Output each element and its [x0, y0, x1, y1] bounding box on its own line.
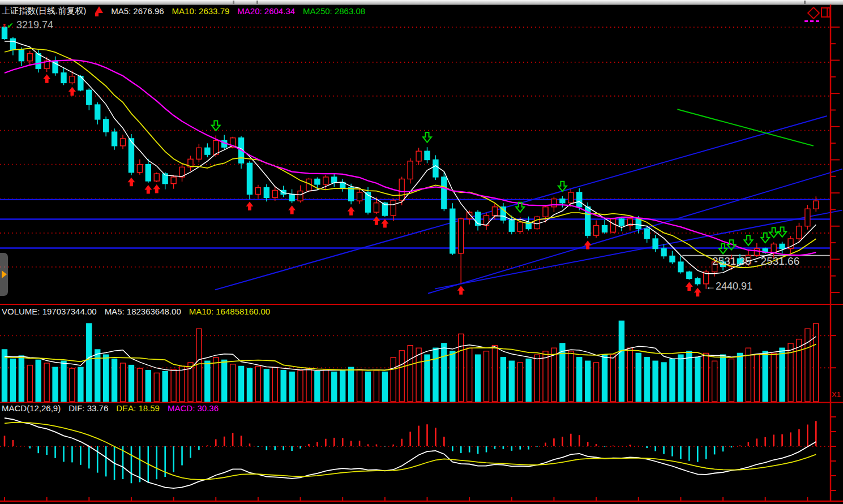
ma250-value: MA250: 2863.08 — [303, 6, 365, 16]
sell-signal-arrow — [719, 244, 728, 254]
period-high-value: 3219.74 — [16, 19, 53, 31]
instrument-title: 上证指数(日线.前复权) — [2, 6, 86, 16]
panel-toolbar — [804, 6, 838, 24]
buy-signal-arrow — [348, 206, 355, 216]
buy-signal-arrow — [288, 205, 296, 214]
volume-header: VOLUME: 197037344.00 MA5: 182363648.00 M… — [2, 307, 270, 316]
macd-lines — [5, 418, 816, 488]
buy-signal-arrow — [694, 288, 701, 297]
ma20-value: MA20: 2604.34 — [237, 6, 295, 16]
buy-signal-arrow — [246, 201, 253, 210]
diamond-icon[interactable] — [807, 7, 820, 20]
buy-signal-arrow — [127, 178, 135, 187]
sell-signal-arrow — [769, 227, 778, 238]
volume-bars — [2, 321, 819, 402]
buy-signal-arrow — [686, 282, 693, 291]
period-low-label: ←2440.91 — [705, 281, 752, 292]
axes — [0, 5, 843, 502]
buy-signal-arrow — [153, 184, 160, 193]
chart-canvas[interactable] — [0, 0, 843, 504]
buy-signal-arrow — [69, 87, 76, 96]
buy-signal-arrow — [381, 219, 388, 228]
dea-value: DEA: 18.59 — [116, 403, 160, 413]
buy-signal-arrow — [144, 185, 152, 194]
more-dots-icon[interactable] — [810, 20, 814, 22]
more-dots-icon[interactable] — [805, 20, 808, 22]
buy-signal-arrow — [43, 74, 50, 83]
ma10-value: MA10: 2633.79 — [172, 6, 230, 16]
sell-signal-arrow — [744, 235, 752, 245]
main-chart-header: 上证指数(日线.前复权) MA5: 2676.96 MA10: 2633.79 … — [2, 6, 365, 16]
expand-arrow-icon — [2, 270, 7, 278]
volume-value: VOLUME: 197037344.00 — [2, 307, 97, 316]
up-arrow-icon — [94, 6, 103, 16]
support-lines — [0, 200, 831, 248]
ma5-value: MA5: 2676.96 — [111, 6, 164, 16]
window-icon[interactable] — [821, 7, 831, 18]
sell-signal-arrow — [761, 233, 769, 243]
macd-value: MACD: 30.36 — [168, 403, 219, 413]
volume-ma5-value: MA5: 182363648.00 — [105, 307, 181, 316]
chart-window: 上证指数(日线.前复权) MA5: 2676.96 MA10: 2633.79 … — [0, 0, 843, 504]
sell-signal-arrow — [212, 120, 220, 131]
volume-ma10-value: MA10: 164858160.00 — [189, 307, 270, 316]
sell-signal-arrow — [778, 227, 786, 237]
signals — [43, 74, 786, 296]
period-high-label: ↟✔ 3219.74 — [2, 19, 53, 31]
price-range-label: 2531.35 - 2531.66 — [712, 255, 799, 268]
marker-arrow-icon: ↟ — [2, 23, 7, 29]
macd-params: MACD(12,26,9) — [2, 403, 61, 413]
more-dots-icon[interactable] — [816, 20, 819, 22]
macd-header: MACD(12,26,9) DIF: 33.76 DEA: 18.59 MACD… — [2, 403, 219, 413]
scale-multiplier-label: X1 — [832, 390, 841, 399]
sidebar-expander[interactable] — [0, 253, 8, 296]
buy-signal-arrow — [457, 286, 465, 295]
dif-value: DIF: 33.76 — [69, 403, 108, 413]
buy-signal-arrow — [373, 216, 380, 225]
sell-signal-arrow — [423, 132, 431, 143]
check-icon: ✔ — [7, 21, 14, 30]
